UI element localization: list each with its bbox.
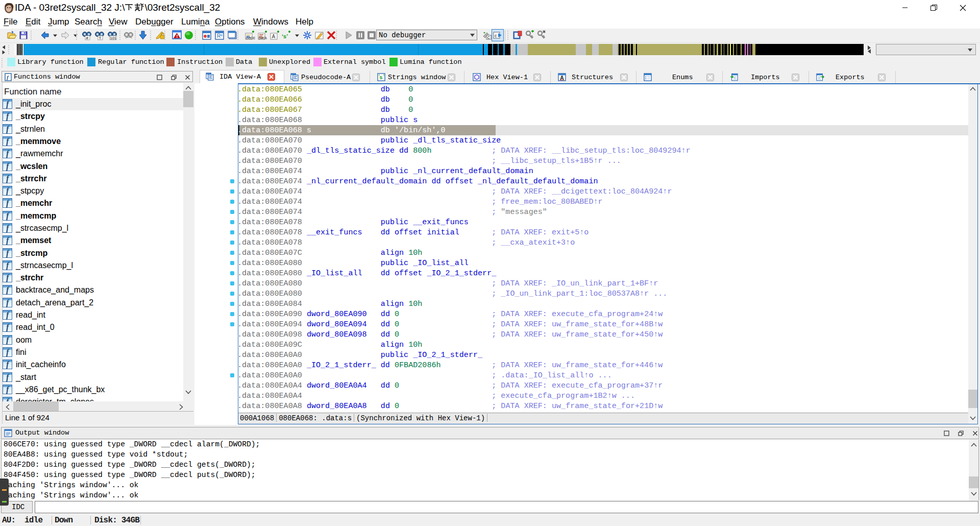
svg-text:c: c xyxy=(495,33,497,38)
svg-text:CODE: CODE xyxy=(246,36,256,40)
svg-text:‘s’: ‘s’ xyxy=(282,33,288,39)
svg-text:DATA: DATA xyxy=(259,36,267,40)
svg-text:T: T xyxy=(99,36,102,40)
svg-text:R: R xyxy=(217,33,220,39)
svg-text:C: C xyxy=(487,35,491,40)
svg-text:#: # xyxy=(86,36,89,40)
svg-text:s: s xyxy=(379,74,382,80)
svg-text:A: A xyxy=(272,34,276,39)
svg-text:A: A xyxy=(560,75,564,81)
svg-text:101: 101 xyxy=(110,36,117,40)
